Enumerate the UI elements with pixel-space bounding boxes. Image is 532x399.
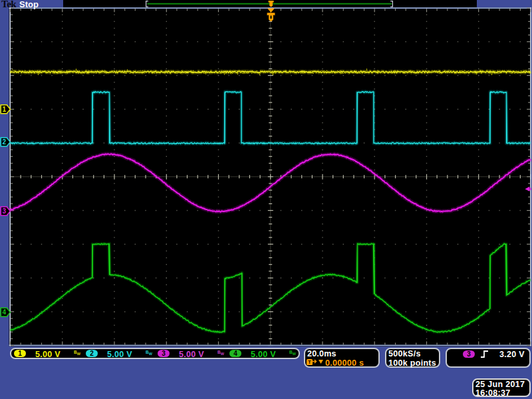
svg-text:1: 1	[2, 106, 6, 113]
svg-text:2: 2	[2, 138, 6, 146]
svg-text:4: 4	[2, 309, 6, 316]
svg-text:3: 3	[2, 207, 6, 215]
